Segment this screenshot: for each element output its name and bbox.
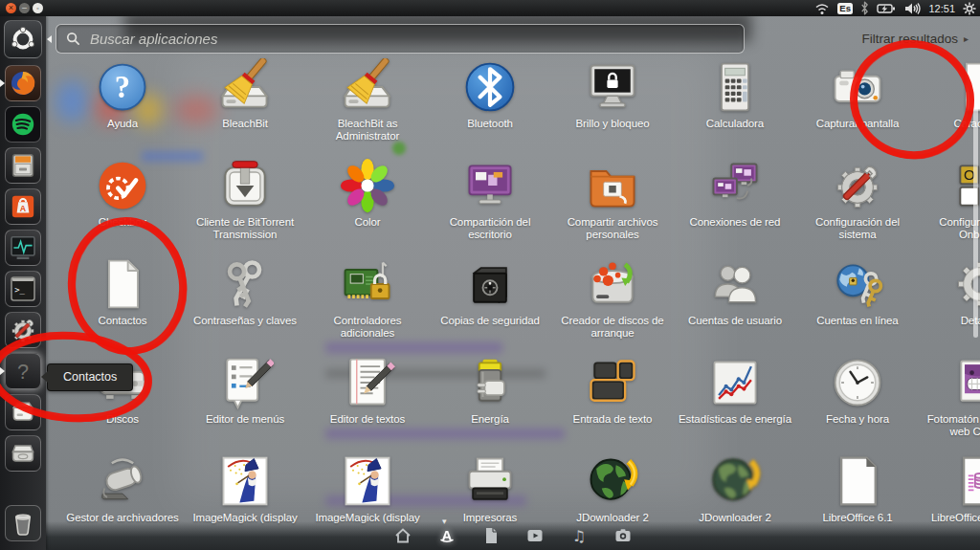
svg-text:♫: ♫	[572, 527, 586, 545]
app-conexiones-red[interactable]: Conexiones de red	[674, 152, 796, 251]
app-transmission[interactable]: Cliente de BitTorrent Transmission	[184, 152, 306, 251]
app-comparticion-escritorio[interactable]: Compartición del escritorio	[429, 152, 551, 251]
svg-text:A: A	[20, 204, 27, 213]
app-copias-seguridad[interactable]: Copias de seguridad	[429, 251, 551, 349]
indicator-volume[interactable]	[903, 0, 921, 16]
filter-results-button[interactable]: Filtrar resultados ▸	[861, 32, 969, 46]
imagemagick-2-icon	[339, 452, 396, 510]
system-settings-icon	[8, 315, 38, 345]
running-indicator-arrow-icon	[0, 79, 5, 87]
app-fecha-hora[interactable]: Fecha y hora	[796, 349, 919, 448]
app-estadisticas-energia[interactable]: Estadísticas de energía	[674, 349, 796, 448]
lens-photos-icon[interactable]	[613, 526, 633, 545]
app-color[interactable]: Color	[306, 152, 429, 251]
launcher-item-dash-home[interactable]	[4, 20, 42, 58]
app-label: Compartir archivos personales	[551, 216, 674, 242]
app-cuentas-linea[interactable]: Cuentas en línea	[796, 251, 919, 349]
session-menu-icon	[963, 2, 976, 15]
app-capturar-pantalla[interactable]: Capturar pantalla	[796, 54, 919, 152]
app-caracteres[interactable]: Caracteres	[919, 54, 980, 152]
launcher-item-file-cabinet[interactable]	[5, 147, 41, 184]
dash-scrollbar[interactable]	[973, 103, 978, 338]
window-minimize-button[interactable]: –	[19, 3, 30, 13]
filter-expand-arrow-icon: ▸	[964, 33, 969, 44]
color-icon	[339, 157, 396, 214]
bleachbit-admin-icon	[339, 58, 396, 116]
indicator-bluetooth[interactable]	[860, 0, 869, 16]
app-editor-menus[interactable]: Editor de menús	[184, 349, 306, 448]
running-indicator-arrow-icon	[0, 367, 5, 375]
app-label: Color	[306, 216, 429, 229]
window-close-button[interactable]: ×	[6, 3, 16, 13]
drive-white-icon	[8, 397, 38, 428]
app-editor-textos[interactable]: Editor de textos	[306, 349, 429, 448]
dash-search-bar[interactable]	[56, 24, 745, 54]
launcher-item-trash[interactable]	[5, 505, 41, 541]
launcher-item-hard-disk[interactable]	[5, 435, 41, 472]
app-fotomaton-cheese[interactable]: Fotomatón de cámara web Cheese	[919, 349, 980, 448]
app-configuracion-onboard[interactable]: OBConfiguración de Onboard	[919, 152, 980, 251]
creador-discos-icon	[584, 255, 641, 313]
app-compartir-archivos[interactable]: Compartir archivos personales	[551, 152, 674, 251]
checkbox-icon	[94, 157, 151, 214]
question-icon: ?	[8, 356, 38, 386]
app-label: Copias de seguridad	[429, 315, 551, 327]
jdownloader-2-icon	[706, 452, 764, 510]
bluetooth-icon	[860, 1, 869, 15]
app-label: Detalles	[919, 315, 980, 327]
lens-applications-icon[interactable]: A	[437, 526, 457, 545]
lens-music-icon[interactable]: ♫	[569, 526, 589, 545]
app-bluetooth[interactable]: Bluetooth	[429, 54, 551, 152]
search-icon	[66, 32, 80, 46]
indicator-session-menu[interactable]	[963, 0, 976, 16]
app-contactos[interactable]: Contactos	[61, 251, 184, 349]
launcher-item-spotify[interactable]	[5, 106, 41, 143]
launcher-item-system-monitor[interactable]	[5, 230, 41, 266]
window-maximize-button[interactable]: ▫	[33, 3, 43, 13]
launcher-item-terminal[interactable]: >_	[5, 271, 41, 307]
app-bleachbit[interactable]: BleachBit	[184, 54, 306, 152]
app-controladores[interactable]: Controladores adicionales	[306, 251, 429, 349]
app-label: Editor de textos	[306, 413, 429, 426]
indicator-wifi[interactable]	[814, 0, 830, 16]
app-energia[interactable]: Energía	[429, 349, 551, 448]
app-label: Caracteres	[919, 118, 980, 130]
indicator-clock[interactable]: 12:51	[928, 0, 955, 16]
app-calculadora[interactable]: Calculadora	[674, 54, 796, 152]
app-creador-discos[interactable]: Creador de discos de arranque	[551, 251, 674, 349]
bluetooth-icon	[461, 58, 519, 116]
monitor-icon	[8, 232, 38, 263]
indicator-keyboard-layout[interactable]: Es	[837, 0, 854, 16]
svg-text:>_: >_	[14, 285, 25, 295]
app-brillo-y-bloqueo[interactable]: Brillo y bloqueo	[551, 54, 674, 152]
app-label: Conexiones de red	[674, 216, 796, 229]
launcher-item-system-settings[interactable]	[5, 312, 41, 348]
app-bleachbit-admin[interactable]: BleachBit as Administrator	[306, 54, 429, 152]
spotify-icon	[8, 109, 38, 140]
launcher-item-unknown-app[interactable]: ?	[5, 353, 41, 389]
launcher-item-external-drive[interactable]	[5, 394, 41, 430]
impresoras-icon	[461, 452, 519, 510]
cuentas-usuario-icon	[706, 255, 764, 313]
app-label: Contraseñas y claves	[184, 315, 306, 327]
indicator-battery-charging[interactable]	[877, 0, 896, 16]
launcher-item-firefox[interactable]	[5, 65, 41, 101]
app-contrasenas-claves[interactable]: Contraseñas y claves	[184, 251, 306, 349]
lens-home-icon[interactable]	[393, 526, 412, 545]
ayuda-icon: ?	[94, 58, 151, 116]
lens-videos-icon[interactable]	[525, 526, 545, 545]
app-configuracion-sistema[interactable]: Configuración del sistema	[796, 152, 919, 251]
launcher-item-ubuntu-software[interactable]: A	[5, 188, 41, 225]
search-input[interactable]	[88, 30, 744, 48]
app-cuentas-usuario[interactable]: Cuentas de usuario	[674, 251, 796, 349]
app-checkbox[interactable]: Checkbox	[61, 152, 184, 251]
lens-files-icon[interactable]	[481, 526, 501, 545]
copias-seguridad-icon	[461, 255, 519, 313]
app-ayuda[interactable]: ?Ayuda	[61, 54, 184, 152]
launcher: A>_?	[0, 16, 46, 550]
app-detalles[interactable]: Detalles	[919, 251, 980, 349]
app-label: Fecha y hora	[796, 413, 919, 426]
app-entrada-texto[interactable]: Entrada de texto	[551, 349, 674, 448]
app-label: Capturar pantalla	[796, 118, 919, 130]
app-label: Bluetooth	[429, 118, 551, 130]
